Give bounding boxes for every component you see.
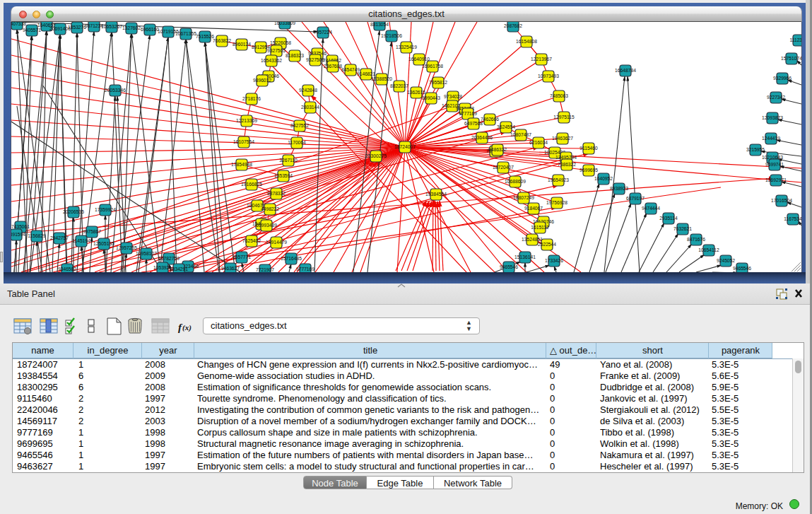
- svg-text:9465546: 9465546: [733, 266, 751, 271]
- svg-text:6497568: 6497568: [464, 121, 483, 126]
- svg-text:10671355: 10671355: [175, 31, 196, 36]
- svg-text:19654923: 19654923: [548, 177, 569, 182]
- svg-text:9146821: 9146821: [357, 71, 375, 76]
- svg-text:1362615: 1362615: [407, 90, 425, 95]
- svg-text:7435061: 7435061: [11, 224, 30, 229]
- svg-text:9405571: 9405571: [23, 28, 41, 33]
- svg-text:8834291: 8834291: [170, 267, 188, 271]
- svg-text:2803144: 2803144: [301, 105, 319, 110]
- svg-text:18807249: 18807249: [513, 195, 534, 200]
- svg-text:20053346: 20053346: [105, 88, 126, 93]
- svg-text:18720407: 18720407: [493, 165, 514, 170]
- svg-text:1853276: 1853276: [68, 25, 86, 30]
- svg-text:1170064: 1170064: [288, 140, 306, 145]
- svg-text:9777169: 9777169: [459, 111, 477, 116]
- svg-text:8960124: 8960124: [233, 42, 251, 47]
- svg-text:16640910: 16640910: [408, 57, 430, 62]
- svg-text:7721907: 7721907: [256, 267, 274, 272]
- svg-text:2087682: 2087682: [504, 23, 522, 28]
- svg-text:8822037: 8822037: [390, 83, 408, 88]
- svg-text:15136141: 15136141: [514, 255, 536, 259]
- svg-text:9699741: 9699741: [765, 162, 784, 167]
- svg-text:1327602: 1327602: [122, 25, 141, 30]
- svg-text:12505135: 12505135: [93, 241, 114, 246]
- svg-text:1640952: 1640952: [594, 176, 613, 181]
- svg-text:16154808: 16154808: [516, 39, 537, 44]
- svg-text:12213967: 12213967: [531, 57, 552, 62]
- svg-text:6216034: 6216034: [529, 140, 548, 145]
- svg-text:19384554: 19384554: [425, 192, 447, 197]
- svg-text:15716485: 15716485: [281, 256, 302, 261]
- svg-text:7663822: 7663822: [213, 38, 231, 43]
- svg-text:10807487: 10807487: [510, 132, 531, 137]
- svg-text:60993489: 60993489: [256, 223, 277, 228]
- svg-text:7957224: 7957224: [314, 30, 332, 35]
- svg-text:7515526: 7515526: [196, 34, 214, 39]
- svg-text:19166825: 19166825: [241, 182, 262, 187]
- svg-text:1353594: 1353594: [274, 173, 293, 178]
- svg-text:20206535: 20206535: [63, 209, 84, 214]
- svg-text:1112345: 1112345: [789, 37, 801, 42]
- svg-text:9777169: 9777169: [296, 267, 314, 271]
- svg-text:17957255: 17957255: [116, 245, 137, 250]
- svg-text:9699695: 9699695: [579, 168, 598, 173]
- svg-text:13388520: 13388520: [371, 76, 392, 81]
- svg-text:4498222: 4498222: [261, 206, 279, 211]
- svg-text:8878332: 8878332: [267, 191, 286, 196]
- svg-text:2935114: 2935114: [659, 216, 678, 221]
- svg-text:1733426: 1733426: [545, 258, 563, 263]
- svg-text:10653267: 10653267: [101, 24, 122, 29]
- svg-text:10958107: 10958107: [136, 251, 157, 256]
- svg-text:9463627: 9463627: [221, 266, 240, 271]
- svg-text:8938923: 8938923: [610, 186, 628, 191]
- svg-text:9327508: 9327508: [306, 57, 324, 62]
- svg-text:14914479: 14914479: [266, 240, 287, 245]
- svg-text:9245052: 9245052: [717, 258, 735, 263]
- svg-text:16961758: 16961758: [422, 64, 443, 69]
- svg-text:6879197: 6879197: [626, 196, 645, 201]
- svg-text:10973493: 10973493: [538, 74, 559, 78]
- svg-text:1244419: 1244419: [762, 136, 780, 141]
- svg-text:8427552: 8427552: [290, 123, 309, 128]
- svg-text:18724007: 18724007: [394, 144, 416, 149]
- svg-text:12213369: 12213369: [236, 118, 257, 123]
- svg-text:25300275: 25300275: [365, 153, 387, 158]
- svg-text:(x): (x): [182, 323, 192, 332]
- svg-text:7955812: 7955812: [429, 80, 447, 85]
- svg-text:3624554: 3624554: [497, 124, 515, 129]
- svg-text:10654112: 10654112: [698, 247, 719, 252]
- svg-text:9115460: 9115460: [579, 146, 598, 151]
- svg-text:6966160: 6966160: [141, 27, 159, 32]
- svg-text:1615112: 1615112: [531, 225, 549, 230]
- svg-text:7632621: 7632621: [673, 226, 692, 231]
- svg-text:9242848: 9242848: [299, 88, 317, 93]
- svg-text:17854948: 17854948: [231, 162, 252, 167]
- svg-text:16033809: 16033809: [274, 22, 295, 25]
- svg-text:9474444: 9474444: [642, 206, 660, 211]
- svg-text:2522544: 2522544: [538, 242, 556, 247]
- svg-text:19756928: 19756928: [546, 200, 567, 205]
- svg-text:1167534: 1167534: [784, 216, 801, 221]
- svg-text:16543362: 16543362: [261, 58, 282, 63]
- svg-text:2942757: 2942757: [50, 235, 69, 240]
- svg-text:8471676: 8471676: [687, 237, 705, 242]
- svg-text:3215955: 3215955: [746, 147, 765, 152]
- svg-text:13524851: 13524851: [522, 237, 543, 242]
- svg-text:9734028: 9734028: [444, 94, 462, 99]
- svg-text:7485063: 7485063: [550, 93, 568, 98]
- svg-text:19463627: 19463627: [552, 136, 573, 141]
- svg-text:15226058: 15226058: [270, 40, 291, 45]
- svg-text:1145194: 1145194: [72, 238, 90, 243]
- svg-text:7386322: 7386322: [558, 162, 576, 167]
- svg-text:8813054: 8813054: [370, 22, 389, 27]
- svg-text:2718176: 2718176: [242, 96, 261, 101]
- svg-text:19218506: 19218506: [381, 33, 402, 38]
- svg-text:9896012: 9896012: [253, 78, 271, 83]
- svg-text:3267110: 3267110: [279, 158, 298, 163]
- svg-text:10688609: 10688609: [505, 179, 526, 184]
- svg-text:9465546: 9465546: [500, 264, 518, 269]
- svg-text:2367608: 2367608: [324, 64, 342, 69]
- svg-text:12093873: 12093873: [762, 115, 783, 120]
- svg-text:1156829: 1156829: [28, 233, 46, 238]
- svg-text:17359924: 17359924: [95, 207, 116, 212]
